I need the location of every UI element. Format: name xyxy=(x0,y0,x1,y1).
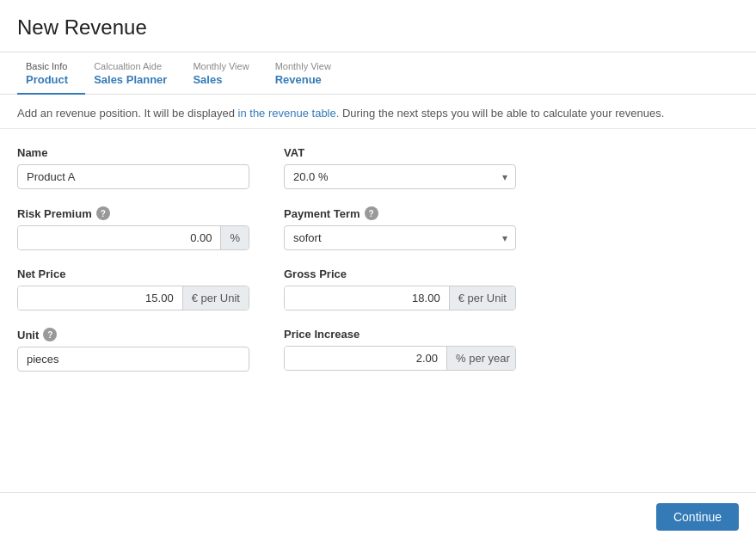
name-label: Name xyxy=(17,146,249,159)
gross-price-label: Gross Price xyxy=(284,267,516,280)
footer-bar: Continue xyxy=(0,492,756,541)
page-container: New Revenue Basic Info Product Calcualti… xyxy=(0,0,756,541)
net-price-input[interactable] xyxy=(18,286,182,310)
unit-input[interactable] xyxy=(17,347,249,372)
price-increase-input-group: % per year xyxy=(284,346,516,371)
form-group-gross-price: Gross Price € per Unit xyxy=(284,267,516,310)
continue-button[interactable]: Continue xyxy=(656,503,739,531)
tab-monthly-sales[interactable]: Monthly View Sales xyxy=(184,52,266,95)
risk-premium-input-group: % xyxy=(17,225,249,250)
unit-help-icon[interactable]: ? xyxy=(43,328,57,341)
form-group-name: Name xyxy=(17,146,249,189)
net-price-label: Net Price xyxy=(17,267,249,280)
price-increase-label: Price Increase xyxy=(284,328,516,341)
vat-select[interactable]: 20.0 % 10.0 % 0.0 % xyxy=(284,164,516,189)
vat-label: VAT xyxy=(284,146,516,159)
gross-price-input-group: € per Unit xyxy=(284,286,516,310)
gross-price-addon: € per Unit xyxy=(449,286,515,310)
tab-bottom-label-monthly-revenue: Revenue xyxy=(275,73,331,86)
net-price-addon: € per Unit xyxy=(182,286,249,310)
form-group-price-increase: Price Increase % per year xyxy=(284,328,516,371)
tab-basic-info-product[interactable]: Basic Info Product xyxy=(17,52,85,95)
form-area: Name VAT 20.0 % 10.0 % 0.0 % ▾ Ris xyxy=(0,129,756,406)
tab-bottom-label-product: Product xyxy=(26,73,68,86)
unit-label: Unit ? xyxy=(17,328,249,341)
description-bar: Add an revenue position. It will be disp… xyxy=(0,95,756,129)
form-row-risk-payment: Risk Premium ? % Payment Term ? sofort 3… xyxy=(17,206,739,250)
risk-premium-addon: % xyxy=(220,226,249,249)
tab-sales-planner[interactable]: Calcualtion Aide Sales Planner xyxy=(85,52,184,95)
payment-term-select-wrapper: sofort 30 days 60 days ▾ xyxy=(284,225,516,250)
form-group-payment-term: Payment Term ? sofort 30 days 60 days ▾ xyxy=(284,206,516,250)
risk-premium-input[interactable] xyxy=(18,226,220,249)
page-header: New Revenue xyxy=(0,0,756,52)
tabs-bar: Basic Info Product Calcualtion Aide Sale… xyxy=(0,52,756,95)
tab-top-label-basic-info: Basic Info xyxy=(26,61,68,71)
name-input[interactable] xyxy=(17,164,249,189)
net-price-input-group: € per Unit xyxy=(17,286,249,310)
form-group-net-price: Net Price € per Unit xyxy=(17,267,249,310)
tab-top-label-sales-planner: Calcualtion Aide xyxy=(94,61,167,71)
page-title: New Revenue xyxy=(17,15,739,40)
payment-term-select[interactable]: sofort 30 days 60 days xyxy=(284,225,516,250)
price-increase-input[interactable] xyxy=(285,347,446,370)
risk-premium-label: Risk Premium ? xyxy=(17,206,249,220)
description-highlight: in the revenue table. xyxy=(238,107,340,120)
payment-term-label: Payment Term ? xyxy=(284,206,516,220)
form-row-name-vat: Name VAT 20.0 % 10.0 % 0.0 % ▾ xyxy=(17,146,739,189)
payment-term-help-icon[interactable]: ? xyxy=(365,206,378,220)
vat-select-wrapper: 20.0 % 10.0 % 0.0 % ▾ xyxy=(284,164,516,189)
form-row-prices: Net Price € per Unit Gross Price € per U… xyxy=(17,267,739,310)
form-row-unit-increase: Unit ? Price Increase % per year xyxy=(17,328,739,372)
gross-price-input[interactable] xyxy=(285,286,449,310)
form-group-unit: Unit ? xyxy=(17,328,249,372)
tab-top-label-monthly-revenue: Monthly View xyxy=(275,61,331,71)
risk-premium-help-icon[interactable]: ? xyxy=(96,206,110,220)
form-group-risk-premium: Risk Premium ? % xyxy=(17,206,249,250)
tab-monthly-revenue[interactable]: Monthly View Revenue xyxy=(267,52,348,95)
form-group-vat: VAT 20.0 % 10.0 % 0.0 % ▾ xyxy=(284,146,516,189)
tab-top-label-monthly-sales: Monthly View xyxy=(193,61,249,71)
tab-bottom-label-monthly-sales: Sales xyxy=(193,73,249,86)
price-increase-addon: % per year xyxy=(446,347,516,370)
description-text: Add an revenue position. It will be disp… xyxy=(17,107,664,120)
tab-bottom-label-sales-planner: Sales Planner xyxy=(94,73,167,86)
